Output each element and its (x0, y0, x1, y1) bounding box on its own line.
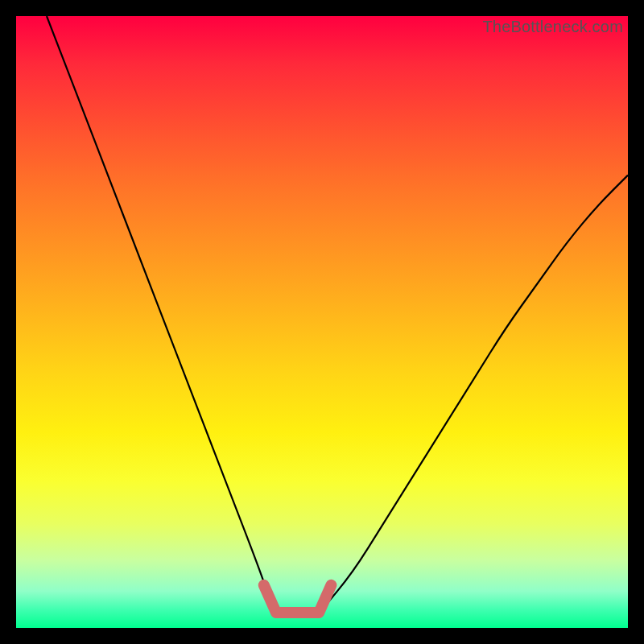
curve-layer (16, 16, 628, 628)
plot-area: TheBottleneck.com (16, 16, 628, 628)
left-curve (47, 16, 273, 609)
right-curve (322, 175, 628, 610)
chart-container: TheBottleneck.com (0, 0, 644, 644)
valley-marker (264, 585, 332, 613)
